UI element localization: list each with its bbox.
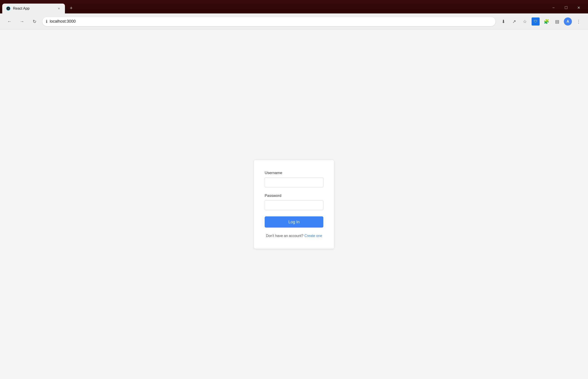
sidebar-button[interactable]: ▤ — [552, 16, 562, 26]
nav-actions: ⬇ ↗ ☆ 🛡 🧩 ▤ A ⋮ — [498, 16, 584, 26]
login-card: Username Password Log In Don't have an a… — [254, 160, 334, 249]
new-tab-button[interactable]: + — [67, 4, 76, 13]
share-button[interactable]: ↗ — [509, 16, 519, 26]
title-bar: ⚛ React App × + – ☐ ✕ — [0, 0, 588, 14]
profile-avatar: A — [564, 17, 572, 26]
minimize-button[interactable]: – — [548, 4, 559, 12]
reload-button[interactable]: ↻ — [30, 16, 39, 26]
active-tab[interactable]: ⚛ React App × — [2, 4, 65, 14]
download-button[interactable]: ⬇ — [498, 16, 508, 26]
sidebar-icon: ▤ — [555, 19, 559, 24]
username-label: Username — [265, 171, 323, 175]
forward-button[interactable]: → — [17, 16, 27, 26]
back-button[interactable]: ← — [4, 16, 14, 26]
create-one-link[interactable]: Create one — [304, 234, 322, 238]
password-input[interactable] — [265, 200, 323, 210]
tab-title: React App — [13, 6, 54, 11]
tab-close-button[interactable]: × — [56, 6, 61, 11]
password-group: Password — [265, 193, 323, 210]
shield-icon: 🛡 — [532, 17, 540, 26]
menu-button[interactable]: ⋮ — [574, 16, 584, 26]
react-icon: ⚛ — [6, 6, 11, 11]
tab-strip: ⚛ React App × + — [0, 4, 548, 14]
profile-button[interactable]: A — [563, 16, 573, 26]
download-icon: ⬇ — [502, 19, 505, 24]
share-icon: ↗ — [512, 19, 516, 24]
username-group: Username — [265, 171, 323, 187]
info-icon: ℹ — [46, 19, 47, 24]
browser-window: ⚛ React App × + – ☐ ✕ ← → ↻ ℹ localhost:… — [0, 0, 588, 379]
address-text: localhost:3000 — [50, 19, 492, 24]
tab-favicon: ⚛ — [6, 6, 11, 11]
shield-button[interactable]: 🛡 — [531, 16, 541, 26]
login-button[interactable]: Log In — [265, 216, 323, 228]
window-controls: – ☐ ✕ — [548, 4, 588, 12]
password-label: Password — [265, 193, 323, 198]
page-content: Username Password Log In Don't have an a… — [0, 30, 588, 379]
no-account-text: Don't have an account? — [266, 234, 303, 238]
username-input[interactable] — [265, 177, 323, 187]
bookmark-button[interactable]: ☆ — [520, 16, 530, 26]
extensions-icon: 🧩 — [544, 19, 549, 24]
extensions-button[interactable]: 🧩 — [542, 16, 551, 26]
close-button[interactable]: ✕ — [573, 4, 584, 12]
address-bar[interactable]: ℹ localhost:3000 — [42, 16, 496, 26]
navigation-bar: ← → ↻ ℹ localhost:3000 ⬇ ↗ ☆ 🛡 🧩 ▤ — [0, 14, 588, 30]
maximize-button[interactable]: ☐ — [560, 4, 572, 12]
create-account-text: Don't have an account? Create one — [265, 234, 323, 238]
bookmark-icon: ☆ — [523, 19, 527, 24]
menu-icon: ⋮ — [576, 19, 581, 24]
